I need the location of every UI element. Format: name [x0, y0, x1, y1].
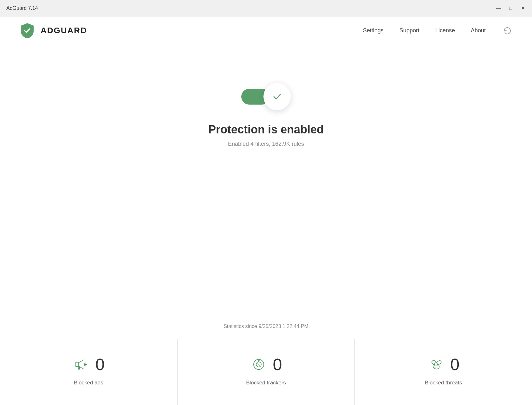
- nav-license[interactable]: License: [435, 27, 455, 34]
- nav-about[interactable]: About: [471, 27, 486, 34]
- stat-card-trackers: 0 Blocked trackers: [178, 339, 355, 405]
- nav-area: Settings Support License About: [363, 25, 513, 36]
- window-controls: — □ ✕: [496, 5, 526, 11]
- maximize-button[interactable]: □: [508, 5, 514, 11]
- refresh-button[interactable]: [502, 25, 513, 36]
- nav-settings[interactable]: Settings: [363, 27, 384, 34]
- statistics-section: Statistics since 9/25/2023 1:22:44 PM 0 …: [0, 315, 532, 405]
- protection-status-subtitle: Enabled 4 filters, 162.9K rules: [228, 141, 304, 147]
- toggle-knob[interactable]: [263, 83, 291, 110]
- blocked-ads-icon: [73, 356, 90, 373]
- main-content: Protection is enabled Enabled 4 filters,…: [0, 45, 532, 147]
- blocked-threats-label: Blocked threats: [425, 380, 462, 386]
- stats-cards: 0 Blocked ads 0 Blocked trackers: [0, 339, 532, 405]
- refresh-icon: [503, 26, 512, 35]
- blocked-threats-icon: [427, 356, 444, 373]
- checkmark-icon: [271, 91, 283, 102]
- adguard-logo-icon: [19, 22, 36, 39]
- stat-card-threats: 0 Blocked threats: [355, 339, 532, 405]
- stat-card-ads: 0 Blocked ads: [0, 339, 178, 405]
- stat-top-threats: 0: [427, 355, 459, 374]
- blocked-trackers-count: 0: [273, 355, 282, 374]
- protection-status-title: Protection is enabled: [208, 123, 324, 136]
- logo-area: ADGUARD: [19, 22, 87, 39]
- blocked-ads-count: 0: [95, 355, 105, 374]
- svg-point-4: [434, 363, 438, 366]
- nav-support[interactable]: Support: [399, 27, 419, 34]
- title-bar: AdGuard 7.14 — □ ✕: [0, 0, 532, 16]
- stat-top-ads: 0: [73, 355, 105, 374]
- minimize-button[interactable]: —: [496, 5, 502, 11]
- header: ADGUARD Settings Support License About: [0, 16, 532, 45]
- blocked-trackers-label: Blocked trackers: [246, 380, 286, 386]
- logo-text: ADGUARD: [41, 26, 87, 35]
- blocked-ads-label: Blocked ads: [74, 380, 103, 386]
- app-title: AdGuard 7.14: [6, 5, 38, 11]
- protection-toggle-wrapper[interactable]: [241, 83, 291, 110]
- close-button[interactable]: ✕: [520, 5, 526, 11]
- stats-since-label: Statistics since 9/25/2023 1:22:44 PM: [0, 315, 532, 339]
- svg-point-1: [256, 362, 261, 367]
- stat-top-trackers: 0: [250, 355, 282, 374]
- blocked-threats-count: 0: [450, 355, 459, 374]
- blocked-trackers-icon: [250, 356, 267, 373]
